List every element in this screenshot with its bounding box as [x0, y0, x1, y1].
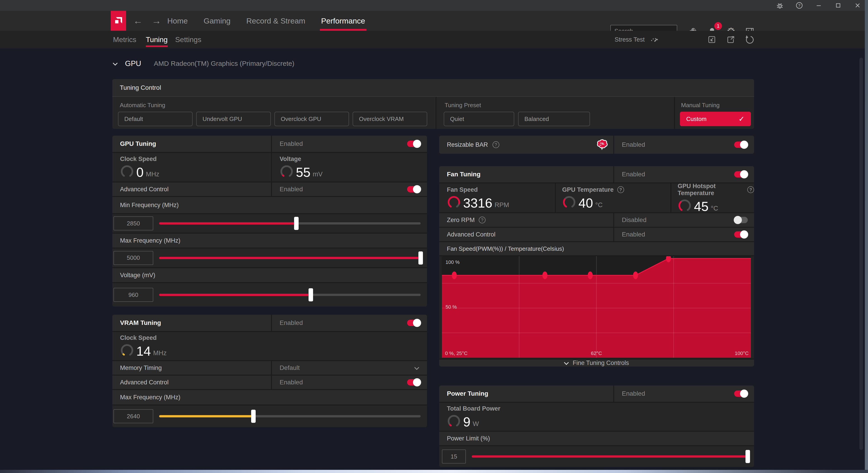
power-limit-track[interactable] — [472, 455, 748, 457]
min-frequency-input[interactable] — [114, 216, 153, 230]
hotspot-temperature-label: GPU Hotspot Temperature — [678, 183, 744, 197]
minimize-button[interactable] — [812, 1, 825, 10]
auto-undervolt-gpu-button[interactable]: Undervolt GPU — [196, 112, 271, 126]
fine-tuning-controls-label: Fine Tuning Controls — [572, 359, 629, 366]
fan-advanced-control-toggle[interactable] — [734, 231, 748, 238]
voltage-value: 55 — [296, 166, 311, 179]
min-frequency-track[interactable] — [159, 222, 421, 225]
memory-timing-value: Default — [280, 364, 300, 372]
help-icon[interactable]: ? — [747, 186, 754, 193]
gpu-section-label: GPU — [125, 59, 141, 68]
fan-curve-chart[interactable]: 100 % 50 % 0 %, 25°C 62°C 100°C — [442, 256, 751, 358]
vram-max-frequency-label: Max Frequency (MHz) — [120, 394, 180, 401]
reset-icon[interactable] — [744, 34, 755, 45]
forward-icon[interactable]: → — [150, 11, 163, 31]
tab-tuning[interactable]: Tuning — [146, 31, 168, 49]
stress-test[interactable]: Stress Test — [615, 31, 660, 49]
help-icon[interactable]: ? — [617, 186, 624, 193]
gpu-temperature-label: GPU Temperature — [562, 186, 614, 193]
vram-tuning-toggle[interactable] — [407, 320, 421, 326]
max-frequency-input[interactable] — [114, 251, 153, 265]
max-frequency-thumb[interactable] — [418, 252, 423, 265]
power-limit-slider — [439, 446, 754, 467]
gpu-tuning-title: GPU Tuning — [120, 140, 156, 147]
advanced-control-label: Advanced Control — [120, 186, 168, 193]
voltage-thumb[interactable] — [309, 288, 313, 301]
max-frequency-track[interactable] — [159, 257, 421, 259]
resizable-bar-status: Enabled — [622, 141, 645, 148]
fan-speed-label: Fan Speed — [447, 186, 478, 193]
auto-default-button[interactable]: Default — [118, 112, 193, 126]
save-profile-icon[interactable] — [725, 34, 736, 45]
stress-test-label: Stress Test — [615, 36, 645, 43]
hotspot-temperature-unit: °C — [711, 205, 718, 213]
nav-item-record-stream[interactable]: Record & Stream — [246, 11, 305, 31]
help-icon[interactable]: ? — [493, 141, 499, 148]
auto-overclock-gpu-button[interactable]: Overclock GPU — [274, 112, 349, 126]
close-button[interactable] — [851, 1, 864, 10]
vram-max-frequency-thumb[interactable] — [251, 410, 256, 423]
x-axis-mid-label: 62°C — [591, 351, 602, 356]
total-board-power-label: Total Board Power — [447, 405, 500, 412]
memory-timing-dropdown[interactable]: Default — [272, 361, 427, 375]
fine-tuning-controls-expander[interactable]: Fine Tuning Controls — [439, 359, 754, 366]
maximize-button[interactable] — [832, 1, 844, 10]
max-frequency-label: Max Frequency (MHz) — [120, 237, 180, 244]
gpu-tuning-toggle[interactable] — [407, 141, 421, 147]
bug-report-icon[interactable] — [774, 1, 786, 10]
divider — [436, 97, 436, 129]
manual-tuning-label: Manual Tuning — [681, 102, 720, 109]
voltage-input[interactable] — [114, 288, 153, 302]
gpu-tuning-status: Enabled — [280, 140, 303, 147]
amd-logo[interactable] — [111, 11, 126, 31]
nav-item-gaming[interactable]: Gaming — [204, 11, 230, 31]
gpu-section-header[interactable]: GPU AMD Radeon(TM) Graphics (Primary/Dis… — [113, 59, 294, 68]
hotspot-temperature-value: 45 — [694, 200, 709, 213]
back-icon[interactable]: ← — [131, 11, 145, 31]
resizable-bar-label: Resizable BAR — [447, 141, 488, 148]
vram-clock-speed-label: Clock Speed — [120, 334, 157, 342]
voltage-track[interactable] — [159, 294, 421, 296]
tab-settings[interactable]: Settings — [175, 31, 202, 49]
origin-label: 0 %, 25°C — [445, 351, 467, 356]
nav-item-performance[interactable]: Performance — [321, 11, 365, 31]
radeon-software-window: ? ← → Home Gaming Record & Stream Perfor… — [0, 0, 868, 473]
tuning-control-title: Tuning Control — [112, 79, 754, 97]
vram-max-frequency-input[interactable] — [114, 409, 153, 423]
vram-max-frequency-track[interactable] — [159, 415, 421, 417]
window-edge — [865, 0, 868, 470]
gpu-temperature-value: 40 — [579, 197, 593, 210]
help-icon[interactable]: ? — [479, 216, 486, 224]
fan-speed-value: 3316 — [463, 197, 492, 210]
auto-overclock-vram-button[interactable]: Overclock VRAM — [352, 112, 427, 126]
fan-tuning-toggle[interactable] — [734, 171, 748, 177]
manual-custom-button[interactable]: Custom ✓ — [680, 112, 751, 126]
power-limit-thumb[interactable] — [745, 450, 750, 463]
gpu-advanced-control-toggle[interactable] — [407, 186, 421, 193]
resizable-bar-toggle[interactable] — [734, 142, 748, 148]
chevron-down-icon — [564, 360, 569, 365]
tuning-control-card: Tuning Control Automatic Tuning Default … — [112, 79, 754, 129]
tab-metrics[interactable]: Metrics — [113, 31, 136, 49]
desktop-edge — [0, 470, 868, 473]
load-profile-icon[interactable] — [707, 34, 717, 45]
zero-rpm-toggle[interactable] — [734, 217, 748, 223]
preset-quiet-button[interactable]: Quiet — [444, 112, 514, 126]
clock-speed-unit: MHz — [146, 171, 159, 179]
help-icon[interactable]: ? — [793, 1, 806, 10]
nav-item-home[interactable]: Home — [167, 11, 188, 31]
power-tuning-card: Power Tuning Enabled Total Board Power 9… — [439, 385, 754, 467]
min-frequency-thumb[interactable] — [294, 217, 299, 230]
power-tuning-toggle[interactable] — [734, 390, 748, 397]
fan-curve-chart-row: 100 % 50 % 0 %, 25°C 62°C 100°C — [439, 256, 754, 359]
power-limit-input[interactable] — [442, 449, 466, 464]
fan-advanced-control-label: Advanced Control — [447, 231, 495, 238]
min-frequency-slider — [112, 214, 427, 233]
gpu-tuning-card: GPU Tuning Enabled Clock Speed 0 MHz Vol… — [112, 136, 427, 306]
fan-advanced-control-status: Enabled — [622, 231, 645, 238]
vram-clock-gauge-icon — [120, 343, 134, 358]
chevron-down-icon — [113, 61, 118, 65]
vram-advanced-control-toggle[interactable] — [407, 379, 421, 385]
scrollbar-thumb[interactable] — [860, 58, 863, 450]
preset-balanced-button[interactable]: Balanced — [518, 112, 590, 126]
